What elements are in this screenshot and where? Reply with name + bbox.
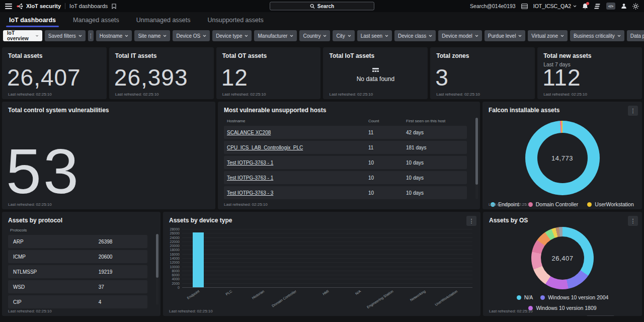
first-seen-cell: 10 days	[406, 190, 464, 196]
col-count: Count	[368, 119, 406, 123]
x-axis-tick-label: HMI	[322, 289, 330, 296]
y-axis-tick-label: 16000	[170, 252, 182, 256]
device-type-bar-chart: 0200040006000800010000120001400016000180…	[182, 229, 472, 288]
app-root: XIoT security IoT dashboards Search Sear…	[0, 0, 644, 318]
filter-chip-device-model[interactable]: Device model	[438, 30, 482, 41]
layers-icon[interactable]	[594, 4, 601, 9]
code-badge-icon[interactable]: </>	[606, 3, 615, 10]
x-axis-tick-label: Engineering Station	[366, 289, 393, 309]
card-kebab-menu[interactable]: ⋮	[628, 216, 638, 226]
filter-chip-label: Device OS	[176, 33, 200, 39]
chevron-down-icon	[573, 5, 577, 8]
chevron-down-icon	[78, 35, 82, 37]
y-axis-tick-label: 10000	[170, 265, 182, 268]
filter-chip-label: Virtual zone	[531, 33, 558, 39]
filter-chip-business-criticality[interactable]: Business criticality	[570, 30, 624, 41]
tab-unsupported-assets[interactable]: Unsupported assets	[208, 12, 264, 28]
overview-select[interactable]: IoT overview	[3, 30, 42, 41]
filter-chip-device-type[interactable]: Device type	[212, 30, 252, 41]
filter-chip-country[interactable]: Country	[299, 30, 330, 41]
filter-chip-label: Data providers	[630, 33, 644, 39]
protocol-value: 19219	[99, 269, 142, 275]
chevron-down-icon	[203, 35, 206, 37]
hosts-scrollbar[interactable]	[475, 118, 478, 199]
protocol-row: NTLMSSP19219	[8, 265, 147, 278]
stat-value: 26,393	[114, 66, 188, 89]
chevron-down-icon	[245, 35, 248, 37]
chevron-down-icon	[36, 35, 38, 37]
hostname-link[interactable]: Test IOTPG-3763 - 1	[227, 160, 368, 166]
filter-bar: IoT overview Saved filters ⋮ HostnameSit…	[0, 28, 644, 44]
protocol-name: ARP	[13, 239, 99, 245]
stat-value: 26,407	[7, 66, 81, 89]
y-axis-tick-label: 18000	[170, 248, 182, 252]
filter-chip-virtual-zone[interactable]: Virtual zone	[528, 30, 568, 41]
count-cell: 10	[368, 160, 406, 166]
col-hostname: Hostname	[227, 119, 368, 123]
stat-card-total-assets: Total assets 26,407 Last refreshed: 02:2…	[2, 47, 107, 99]
filter-kebab-menu[interactable]: ⋮	[88, 30, 94, 41]
tab-iot-dashboards[interactable]: IoT dashboards	[9, 12, 56, 28]
filter-chip-site-name[interactable]: Site name	[134, 30, 170, 41]
theme-sun-icon[interactable]	[632, 3, 639, 10]
filter-chip-manufacturer[interactable]: Manufacturer	[254, 30, 297, 41]
card-kebab-menu[interactable]: ⋮	[466, 216, 476, 226]
hostname-link[interactable]: SCALANCE XC208	[227, 130, 368, 135]
filter-chip-last-seen[interactable]: Last seen	[357, 30, 392, 41]
stat-card-total-new-assets: Total new assets Last 7 days 112 Last re…	[537, 47, 642, 99]
tab-managed-assets[interactable]: Managed assets	[73, 12, 119, 28]
filter-chip-city[interactable]: City	[333, 30, 354, 41]
filter-chip-data-providers[interactable]: Data providers	[627, 30, 644, 41]
y-axis-tick-label: 26000	[170, 231, 182, 235]
legend-more-button[interactable]: + 7 more	[587, 315, 615, 316]
y-axis-tick-label: 24000	[170, 235, 182, 239]
hostname-link[interactable]: Test IOTPG-3763 - 3	[227, 190, 368, 196]
gridline	[182, 233, 472, 233]
chevron-down-icon	[385, 35, 388, 37]
card-title: Total zones	[436, 52, 529, 59]
last-refreshed: Last refreshed: 02:25:10	[329, 92, 373, 97]
hostname-link[interactable]: CPU_ICS_LAB_Controllogix_PLC	[227, 145, 368, 150]
filter-chip-hostname[interactable]: Hostname	[96, 30, 132, 41]
stat-card-total-it-assets: Total IT assets 26,393 Last refreshed: 0…	[109, 47, 214, 99]
filter-chip-label: City	[336, 33, 345, 39]
scrollbar-thumb[interactable]	[156, 234, 158, 278]
protocol-scrollbar[interactable]	[156, 234, 158, 305]
protocol-value: 20600	[99, 254, 142, 260]
protocol-name: WSD	[13, 284, 99, 290]
user-profile-icon[interactable]	[621, 3, 627, 9]
filter-chip-device-class[interactable]: Device class	[394, 30, 436, 41]
filter-chip-purdue-level[interactable]: Purdue level	[485, 30, 526, 41]
stat-card-total-zones: Total zones 3 Last refreshed: 02:25:10	[430, 47, 535, 99]
card-title: Total IoT assets	[329, 52, 422, 59]
chevron-down-icon	[290, 35, 293, 37]
notifications-bell-icon[interactable]	[582, 3, 588, 10]
user-search-label[interactable]: Search@014e0193	[470, 3, 516, 9]
card-kebab-menu[interactable]: ⋮	[628, 106, 638, 116]
card-title: Assets by OS	[489, 217, 636, 224]
legend-item-userworkstation: UserWorkstation	[587, 201, 633, 207]
bookmark-icon[interactable]	[112, 4, 116, 9]
filter-chip-label: Hostname	[100, 33, 123, 39]
filter-chip-device-os[interactable]: Device OS	[173, 30, 210, 41]
gridline	[182, 246, 472, 246]
chevron-down-icon	[163, 35, 167, 37]
scrollbar-thumb[interactable]	[475, 118, 478, 185]
stat-value: 112	[542, 66, 581, 89]
hamburger-menu-icon[interactable]	[5, 4, 12, 9]
x-axis-tick-label: Networking	[409, 289, 426, 302]
x-axis-tick-label: PLC	[225, 289, 232, 296]
legend-label: Domain Controller	[536, 201, 579, 207]
tab-unmanaged-assets[interactable]: Unmanaged assets	[136, 12, 191, 28]
tenant-selector[interactable]: IOT_ICSC_QA2	[533, 3, 577, 9]
global-search-input[interactable]: Search	[270, 2, 374, 11]
protocol-name: ICMP	[13, 254, 99, 260]
list-rows-icon[interactable]	[521, 4, 528, 9]
overview-select-label: IoT overview	[7, 30, 30, 41]
filter-chip-label: Last seen	[361, 33, 382, 39]
y-axis-tick-label: 0	[178, 286, 182, 289]
filter-chip-label: Manufacturer	[258, 33, 287, 39]
hostname-link[interactable]: Test IOTPG-3763 - 1	[227, 175, 368, 181]
saved-filters-dropdown[interactable]: Saved filters	[45, 30, 86, 41]
bottom-row: Assets by protocol Protocols ARP26398ICM…	[2, 212, 642, 316]
